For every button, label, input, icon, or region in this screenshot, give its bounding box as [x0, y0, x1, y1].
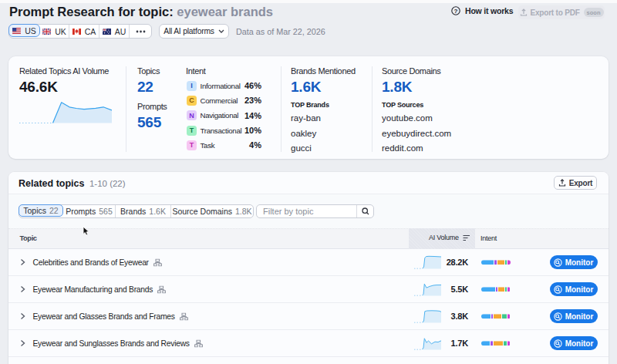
svg-text:?: ?: [454, 8, 458, 15]
